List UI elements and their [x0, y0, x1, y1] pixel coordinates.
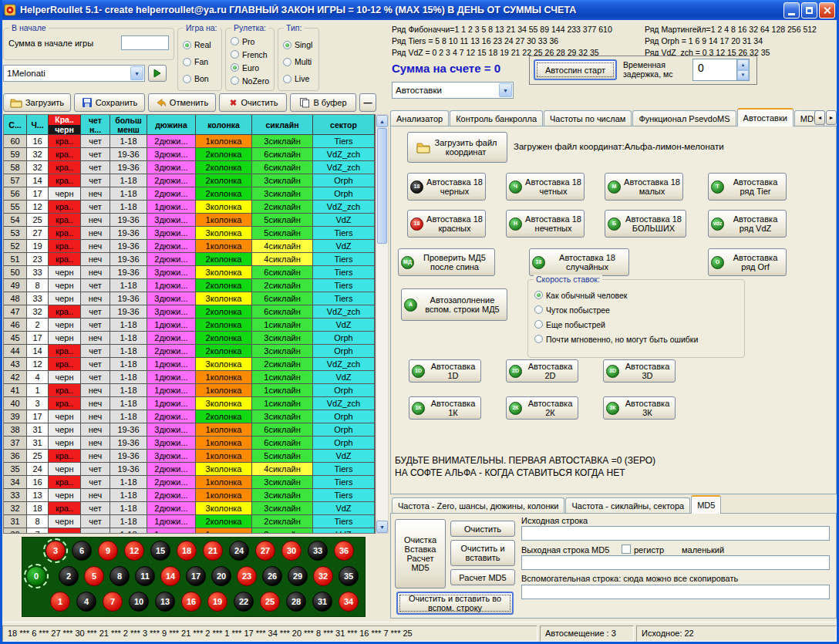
roulette-number-16[interactable]: 16 — [181, 592, 201, 612]
table-row[interactable]: 3313черннеч1-182дюжи...1колонка3сиклайнT… — [4, 489, 375, 502]
table-row[interactable]: 3731черннеч19-363дюжи...1колонка6сиклайн… — [4, 437, 375, 450]
autofill-md5-button[interactable]: А Автозаполнение вспом. строки МД5 — [401, 288, 507, 321]
md5-source-input[interactable] — [521, 526, 830, 541]
roulette-number-21[interactable]: 21 — [203, 541, 223, 561]
table-row[interactable]: 4312кра..чет1-181дюжи...3колонка2сиклайн… — [4, 358, 375, 371]
roulette-number-19[interactable]: 19 — [207, 592, 227, 612]
md5-output-input[interactable] — [521, 555, 830, 570]
table-row[interactable]: 5932кра..чет19-363дюжи...2колонка6сиклай… — [4, 148, 375, 161]
md5-calc-button[interactable]: Расчет MD5 — [450, 569, 515, 585]
table-row[interactable]: 5832кра..чет19-363дюжи...2колонка6сиклай… — [4, 161, 375, 174]
table-row[interactable]: 5425кра..неч19-363дюжи...1колонка5сиклай… — [4, 214, 375, 227]
undo-button[interactable]: Отменить — [148, 93, 216, 112]
autobet-18-black-button[interactable]: 18 Автоставка 18 черных — [407, 173, 486, 201]
roulette-number-3[interactable]: 3 — [45, 541, 66, 561]
roulette-number-4[interactable]: 4 — [76, 592, 96, 612]
delay-spinner[interactable]: 0 ▲ ▼ — [692, 59, 750, 81]
roulette-number-15[interactable]: 15 — [150, 541, 170, 561]
table-row[interactable]: 498чернчет1-181дюжи...2колонка2сиклайнTi… — [4, 279, 375, 292]
chevron-down-icon[interactable]: ▼ — [130, 66, 143, 80]
wheel-option-1[interactable]: French — [231, 48, 269, 61]
roulette-number-11[interactable]: 11 — [135, 566, 155, 586]
autobet-1k-button[interactable]: 1К Автоставка 1К — [409, 396, 481, 420]
table-row[interactable]: 5512кра..чет1-181дюжи...3колонка2сиклайн… — [4, 201, 375, 214]
copy-buffer-button[interactable]: В буфер — [290, 93, 356, 112]
table-row[interactable]: 3917черннеч1-182дюжи...2колонка3сиклайнO… — [4, 410, 375, 423]
profile-combobox[interactable]: 1Melonati ▼ — [3, 65, 145, 82]
roulette-number-12[interactable]: 12 — [124, 541, 144, 561]
roulette-number-7[interactable]: 7 — [103, 592, 123, 612]
maximize-button[interactable] — [801, 2, 817, 19]
run-profile-button[interactable] — [148, 65, 167, 82]
check-md5-button[interactable]: МД Проверить МД5 после спина — [398, 248, 495, 276]
roulette-number-25[interactable]: 25 — [260, 592, 280, 612]
table-row[interactable]: 403кра..неч1-181дюжи...3колонка1сиклайнV… — [4, 397, 375, 410]
speed-option-2[interactable]: Еще побыстрей — [534, 317, 698, 332]
close-button[interactable] — [819, 2, 835, 19]
game-option-1[interactable]: Fan — [183, 53, 211, 70]
tab-scroll-left-button[interactable]: ◄ — [814, 110, 825, 125]
autobet-1d-button[interactable]: 1D Автоставка 1D — [409, 359, 481, 383]
main-tab-0[interactable]: Анализатор — [390, 110, 449, 126]
table-row[interactable]: 3218кра..чет1-182дюжи...3колонка3сиклайн… — [4, 502, 375, 515]
roulette-number-14[interactable]: 14 — [160, 566, 180, 586]
start-sum-input[interactable] — [121, 35, 169, 50]
md5-clear-insert-button[interactable]: Очистить и вставить — [450, 540, 515, 566]
mode-option-2[interactable]: Live — [283, 70, 312, 87]
roulette-number-23[interactable]: 23 — [237, 566, 257, 586]
load-coords-button[interactable]: Загрузить файл координат — [407, 132, 507, 163]
autobet-orf-button[interactable]: О Автоставка ряд Orf — [708, 248, 787, 276]
game-option-0[interactable]: Real — [183, 36, 211, 53]
autobet-18-high-button[interactable]: Б Автоставка 18 БОЛЬШИХ — [605, 210, 686, 238]
table-row[interactable]: 3831черннеч19-363дюжи...1колонка6сиклайн… — [4, 423, 375, 437]
game-option-2[interactable]: Bon — [183, 70, 211, 87]
spinner-up-button[interactable]: ▲ — [737, 59, 749, 70]
autobet-vdz-button[interactable]: vdz Автоставка ряд VdZ — [708, 210, 787, 238]
autobet-3d-button[interactable]: 3D Автоставка 3D — [603, 359, 676, 383]
roulette-number-6[interactable]: 6 — [72, 541, 92, 561]
roulette-number-29[interactable]: 29 — [288, 566, 308, 586]
roulette-number-18[interactable]: 18 — [177, 541, 197, 561]
autobet-combobox[interactable]: Автоставки ▼ — [392, 82, 514, 99]
table-row[interactable]: 307кра..неч1-181дюжи...1колонка2сиклайнV… — [4, 528, 375, 534]
roulette-number-27[interactable]: 27 — [255, 541, 275, 561]
freq-tab-0[interactable]: Частота - Zero, шансы, дюжины, колонки — [392, 497, 564, 514]
freq-tab-2[interactable]: MD5 — [691, 495, 721, 514]
wheel-option-3[interactable]: NoZero — [231, 74, 269, 87]
scroll-up-button[interactable]: ▲ — [376, 115, 388, 127]
load-button[interactable]: Загрузить — [3, 93, 71, 112]
speed-option-3[interactable]: Почти мгновенно, но могут быть ошибки — [534, 332, 698, 346]
chevron-down-icon[interactable]: ▼ — [499, 83, 512, 97]
table-scrollbar[interactable]: ▲ ▼ — [376, 114, 389, 534]
table-row[interactable]: 6016кра..чет1-182дюжи...1колонка3сиклайн… — [4, 135, 375, 148]
md5-clear-button[interactable]: Очистить — [450, 521, 515, 537]
table-row[interactable]: 4414кра..чет1-182дюжи...2колонка3сиклайн… — [4, 345, 375, 358]
mode-option-0[interactable]: Singl — [283, 36, 312, 53]
roulette-number-1[interactable]: 1 — [50, 592, 70, 612]
autospin-start-button[interactable]: Автоспин старт — [534, 59, 617, 80]
table-row[interactable]: 318чернчет1-181дюжи...2колонка2сиклайнTi… — [4, 515, 375, 528]
minimize-button[interactable] — [783, 2, 800, 19]
autobet-3k-button[interactable]: 3К Автоставка 3К — [603, 396, 676, 420]
collapse-button[interactable]: — — [359, 93, 376, 112]
roulette-number-30[interactable]: 30 — [281, 541, 302, 561]
table-row[interactable]: 3524чернчет19-362дюжи...3колонка4сиклайн… — [4, 463, 375, 476]
freq-tab-1[interactable]: Частота - сиклайны, сектора — [565, 497, 690, 514]
roulette-number-28[interactable]: 28 — [286, 592, 306, 612]
roulette-number-32[interactable]: 32 — [313, 566, 333, 586]
autobet-18-red-button[interactable]: 18 Автоставка 18 красных — [407, 210, 486, 238]
table-row[interactable]: 4732кра..чет19-363дюжи...2колонка6сиклай… — [4, 305, 375, 319]
table-row[interactable]: 5219кра..неч19-362дюжи...1колонка4сиклай… — [4, 240, 375, 253]
roulette-number-9[interactable]: 9 — [98, 541, 118, 561]
spinner-down-button[interactable]: ▼ — [737, 70, 749, 81]
md5-clear-insert-helper-button[interactable]: Очистить и вставить во вспом. строку — [396, 592, 514, 615]
autobet-18-low-button[interactable]: М Автоставка 18 малых — [605, 173, 683, 201]
table-row[interactable]: 4517черннеч1-182дюжи...2колонка3сиклайнO… — [4, 332, 375, 345]
wheel-option-2[interactable]: Euro — [231, 61, 269, 74]
table-row[interactable]: 5033черннеч19-363дюжи...3колонка6сиклайн… — [4, 266, 375, 279]
save-button[interactable]: Сохранить — [74, 93, 145, 112]
md5-helper-input[interactable] — [521, 585, 830, 599]
table-row[interactable]: 5617черннеч1-182дюжи...2колонка3сиклайнO… — [4, 187, 375, 201]
autobet-tier-button[interactable]: Т Автоставка ряд Tier — [708, 173, 787, 201]
md5-big-button[interactable]: Очистка Вставка Расчет MD5 — [395, 519, 446, 588]
